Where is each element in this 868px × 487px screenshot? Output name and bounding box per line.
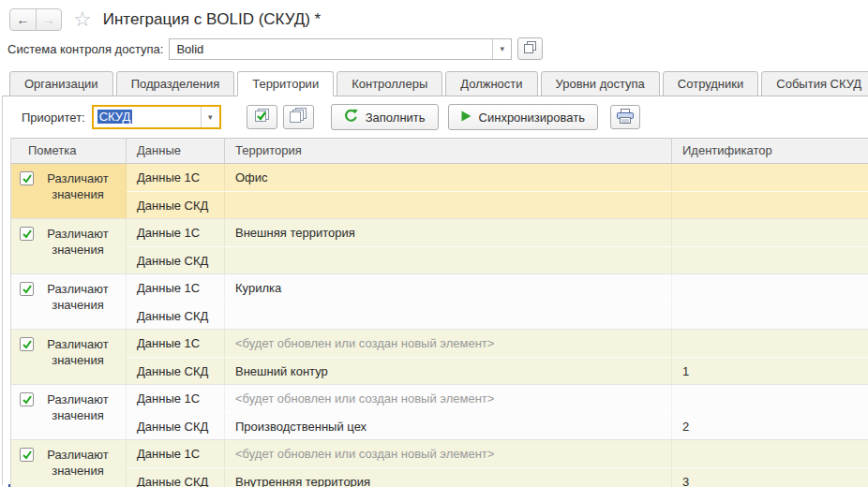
sheets-with-green-check-icon [253, 109, 271, 126]
forward-arrow-icon: → [42, 12, 55, 27]
data-skd-row[interactable]: Данные СКД Производственный цех 2 [127, 412, 868, 439]
data-1c-row[interactable]: Данные 1С <будет обновлен или создан нов… [127, 440, 868, 467]
territory-value: Производственный цех [225, 413, 672, 439]
territories-panel: Приоритет: СКУД ▾ Заполнить Синхрониз [2, 96, 868, 485]
tab-7[interactable]: События СКУД [761, 71, 868, 96]
column-header-territory[interactable]: Территория [225, 139, 672, 163]
identifier-value [672, 192, 868, 218]
tab-5[interactable]: Уровни доступа [541, 71, 660, 96]
data-source-label: Данные 1С [127, 440, 225, 467]
mark-label: Различают значения [34, 335, 122, 368]
data-1c-row[interactable]: Данные 1С Внешняя территория [127, 219, 868, 246]
subrows: Данные 1С <будет обновлен или создан нов… [127, 385, 868, 439]
tab-1[interactable]: Подразделения [116, 71, 235, 96]
access-system-row: Система контроля доступа: Bolid ▾ [0, 37, 868, 60]
identifier-value [672, 385, 868, 412]
table-row-group[interactable]: Различают значения Данные 1С Внешняя тер… [11, 218, 868, 273]
tab-3[interactable]: Контроллеры [337, 71, 442, 96]
back-arrow-icon: ← [17, 12, 30, 27]
sync-button[interactable]: Синхронизировать [448, 104, 598, 130]
set-marks-button[interactable] [247, 105, 277, 129]
subrows: Данные 1С Офис Данные СКД [127, 164, 868, 218]
green-refresh-icon [344, 109, 358, 125]
row-checkbox[interactable] [20, 337, 34, 351]
green-play-icon [461, 111, 471, 125]
subrows: Данные 1С <будет обновлен или создан нов… [127, 330, 868, 384]
access-system-input[interactable]: Bolid ▾ [169, 38, 512, 60]
mark-cell: Различают значения [11, 330, 127, 384]
row-checkbox[interactable] [20, 171, 34, 185]
mark-cell: Различают значения [11, 385, 127, 439]
column-header-mark[interactable]: Пометка [11, 139, 127, 163]
mark-label: Различают значения [34, 446, 122, 479]
checkmark-icon [22, 394, 33, 406]
tab-4[interactable]: Должности [445, 71, 537, 96]
data-skd-row[interactable]: Данные СКД [127, 302, 868, 329]
checkmark-icon [22, 450, 33, 461]
mark-label: Различают значения [34, 280, 122, 313]
mark-cell: Различают значения [11, 440, 127, 487]
column-header-data[interactable]: Данные [127, 139, 225, 163]
data-1c-row[interactable]: Данные 1С Офис [127, 164, 868, 191]
territory-value: Офис [225, 164, 672, 191]
table-row-group[interactable]: Различают значения Данные 1С <будет обно… [11, 329, 868, 384]
identifier-value [672, 330, 868, 357]
tab-0[interactable]: Организации [9, 71, 113, 96]
data-skd-row[interactable]: Данные СКД Внешний контур 1 [127, 357, 868, 384]
page-title: Интеграция с BOLID (СКУД) * [103, 10, 321, 29]
fill-button[interactable]: Заполнить [331, 104, 439, 130]
data-source-label: Данные СКД [127, 247, 225, 273]
data-source-label: Данные СКД [127, 358, 225, 384]
row-checkbox[interactable] [20, 392, 34, 406]
identifier-value [672, 164, 868, 191]
checkmark-icon [22, 339, 33, 350]
tab-2[interactable]: Территории [237, 71, 334, 96]
subrows: Данные 1С Курилка Данные СКД [127, 274, 868, 329]
subrows: Данные 1С Внешняя территория Данные СКД [127, 219, 868, 273]
row-checkbox[interactable] [20, 282, 34, 296]
toolbar: Приоритет: СКУД ▾ Заполнить Синхрониз [3, 96, 868, 138]
data-source-label: Данные СКД [127, 413, 225, 439]
open-button[interactable] [517, 37, 543, 60]
clear-marks-button[interactable] [283, 105, 314, 129]
territories-table: Пометка Данные Территория Идентификатор … [10, 138, 868, 487]
identifier-value [672, 303, 868, 329]
table-row-group[interactable]: Различают значения Данные 1С <будет обно… [11, 439, 868, 487]
identifier-value [672, 219, 868, 246]
forward-button[interactable]: → [36, 9, 61, 30]
data-source-label: Данные СКД [127, 303, 225, 329]
subrows: Данные 1С <будет обновлен или создан нов… [127, 440, 868, 487]
table-row-group[interactable]: Различают значения Данные 1С <будет обно… [11, 384, 868, 439]
mark-label: Различают значения [34, 170, 122, 202]
data-1c-row[interactable]: Данные 1С <будет обновлен или создан нов… [127, 330, 868, 357]
data-1c-row[interactable]: Данные 1С <будет обновлен или создан нов… [127, 385, 868, 412]
mark-cell: Различают значения [11, 274, 127, 329]
tab-6[interactable]: Сотрудники [663, 71, 758, 96]
identifier-value: 3 [672, 468, 868, 487]
checkmark-icon [22, 284, 33, 295]
chevron-down-icon[interactable]: ▾ [201, 107, 219, 127]
row-checkbox[interactable] [20, 448, 34, 462]
priority-combo[interactable]: СКУД ▾ [92, 105, 221, 129]
sync-button-label: Синхронизировать [479, 111, 585, 125]
identifier-value [672, 247, 868, 273]
favorite-star-icon[interactable]: ☆ [73, 9, 92, 30]
table-row-group[interactable]: Различают значения Данные 1С Курилка Дан… [11, 273, 868, 329]
data-source-label: Данные 1С [127, 330, 225, 357]
data-skd-row[interactable]: Данные СКД [127, 191, 868, 218]
chevron-down-icon[interactable]: ▾ [492, 39, 511, 59]
identifier-value [672, 440, 868, 467]
data-source-label: Данные СКД [127, 192, 225, 218]
table-row-group[interactable]: Различают значения Данные 1С Офис Данные… [11, 164, 868, 218]
checkmark-icon [22, 173, 33, 184]
data-1c-row[interactable]: Данные 1С Курилка [127, 274, 868, 302]
priority-label: Приоритет: [22, 111, 85, 125]
data-skd-row[interactable]: Данные СКД [127, 246, 868, 273]
back-button[interactable]: ← [10, 9, 36, 30]
column-header-identifier[interactable]: Идентификатор [672, 139, 868, 163]
printer-icon [617, 109, 634, 126]
print-button[interactable] [610, 105, 640, 129]
row-checkbox[interactable] [20, 227, 34, 241]
data-skd-row[interactable]: Данные СКД Внутренняя территория 3 [127, 467, 868, 487]
access-system-value: Bolid [170, 39, 492, 59]
